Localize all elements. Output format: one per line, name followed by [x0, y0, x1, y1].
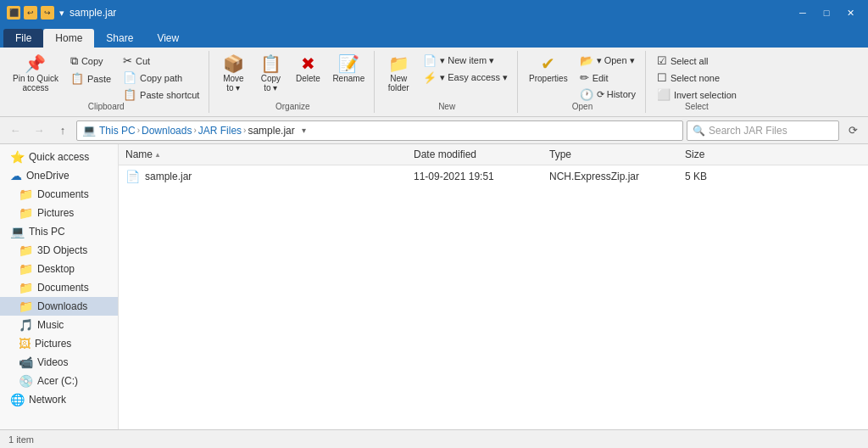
edit-icon: ✏ [580, 71, 589, 84]
ribbon-tabs: File Home Share View [0, 25, 868, 48]
column-header-date[interactable]: Date modified [407, 146, 542, 163]
search-icon: 🔍 [693, 125, 705, 137]
column-header-size[interactable]: Size [678, 146, 746, 163]
sidebar-pictures-od-label: Pictures [37, 207, 74, 219]
delete-button[interactable]: ✖ Delete [291, 53, 325, 86]
invert-selection-button[interactable]: ⬜Invert selection [653, 87, 741, 103]
sidebar-pictures-label: Pictures [35, 338, 71, 350]
paste-icon: 📋 [70, 72, 84, 85]
title-bar: ⬛ ↩ ↪ ▾ sample.jar ─ □ ✕ [0, 0, 868, 25]
maximize-button[interactable]: □ [815, 4, 837, 21]
sidebar-item-music[interactable]: 🎵 Music [0, 316, 118, 334]
new-item-button[interactable]: 📄▾ New item ▾ [419, 53, 512, 69]
move-icon: 📦 [223, 55, 244, 72]
col-name-label: Name [125, 148, 153, 160]
properties-button[interactable]: ✔ Properties [525, 53, 572, 86]
minimize-button[interactable]: ─ [792, 4, 814, 21]
copy-path-button[interactable]: 📄Copy path [119, 70, 203, 86]
sidebar-item-this-pc[interactable]: 💻 This PC [0, 222, 118, 241]
undo-icon[interactable]: ↩ [24, 6, 37, 20]
pin-to-quick-access-button[interactable]: 📌 Pin to Quickaccess [8, 53, 63, 95]
tab-share[interactable]: Share [94, 29, 145, 48]
sort-arrow-name: ▲ [154, 151, 161, 159]
col-type-label: Type [549, 148, 571, 160]
select-none-button[interactable]: ☐Select none [653, 70, 741, 86]
copy-to-icon: 📋 [260, 55, 281, 72]
cut-button[interactable]: ✂Cut [119, 53, 203, 69]
invert-icon: ⬜ [657, 88, 670, 101]
copy-icon: ⧉ [70, 54, 78, 68]
copy-to-button[interactable]: 📋 Copyto ▾ [253, 53, 287, 95]
sidebar-videos-label: Videos [37, 356, 68, 368]
sidebar-onedrive-label: OneDrive [26, 170, 70, 182]
new-folder-button[interactable]: 📁 Newfolder [381, 53, 415, 95]
file-type-cell: NCH.ExpressZip.jar [542, 169, 678, 184]
sidebar-item-drive-c[interactable]: 💿 Acer (C:) [0, 372, 118, 390]
move-to-button[interactable]: 📦 Moveto ▾ [216, 53, 250, 95]
status-item-count: 1 item [8, 434, 34, 445]
sidebar-desktop-label: Desktop [37, 263, 75, 275]
paste-shortcut-button[interactable]: 📋Paste shortcut [119, 87, 203, 103]
search-box[interactable]: 🔍 Search JAR Files [687, 120, 839, 141]
clipboard-group: 📌 Pin to Quickaccess ⧉Copy 📋Paste ✂Cut 📄… [3, 51, 209, 113]
column-header-type[interactable]: Type [542, 146, 678, 163]
column-header-name[interactable]: Name ▲ [119, 146, 407, 163]
breadcrumb-sep-1: › [137, 126, 140, 135]
tab-home[interactable]: Home [43, 29, 94, 48]
sidebar-item-3d-objects[interactable]: 📁 3D Objects [0, 241, 118, 260]
breadcrumb-jar-files[interactable]: JAR Files [198, 125, 242, 137]
redo-icon[interactable]: ↪ [41, 6, 54, 20]
sidebar-music-label: Music [37, 319, 64, 331]
edit-button[interactable]: ✏Edit [576, 70, 640, 86]
rename-button[interactable]: 📝 Rename [328, 53, 369, 86]
easy-access-icon: ⚡ [423, 71, 437, 84]
address-dropdown-arrow[interactable]: ▾ [298, 126, 309, 135]
folder-docs-icon: 📁 [19, 281, 33, 294]
select-label: Select [648, 102, 746, 111]
tab-view[interactable]: View [145, 29, 191, 48]
sidebar-item-pictures-od[interactable]: 📁 Pictures [0, 204, 118, 222]
sidebar-item-downloads[interactable]: 📁 Downloads [0, 297, 118, 316]
music-icon: 🎵 [19, 318, 33, 332]
star-icon: ⭐ [10, 150, 25, 164]
breadcrumb-sep-3: › [243, 126, 246, 135]
sidebar-item-desktop[interactable]: 📁 Desktop [0, 260, 118, 278]
refresh-button[interactable]: ⟳ [843, 120, 863, 141]
easy-access-button[interactable]: ⚡▾ Easy access ▾ [419, 70, 512, 86]
select-all-button[interactable]: ☑Select all [653, 53, 741, 69]
paste-button[interactable]: 📋Paste [66, 70, 115, 87]
content-area: Name ▲ Date modified Type Size 📄 sample.… [119, 144, 868, 429]
paste-shortcut-icon: 📋 [123, 88, 136, 101]
clipboard-label: Clipboard [3, 102, 209, 111]
sidebar-downloads-label: Downloads [37, 300, 87, 312]
tab-file[interactable]: File [3, 29, 43, 48]
sidebar-item-documents[interactable]: 📁 Documents [0, 278, 118, 297]
sidebar-documents-od-label: Documents [37, 188, 89, 200]
select-group: ☑Select all ☐Select none ⬜Invert selecti… [648, 51, 746, 113]
copy-path-icon: 📄 [123, 71, 136, 84]
sidebar-item-documents-od[interactable]: 📁 Documents [0, 185, 118, 204]
folder-3d-icon: 📁 [19, 244, 33, 257]
folder-icon-1: 📁 [19, 188, 33, 201]
history-button[interactable]: 🕐⟳ History [576, 87, 640, 103]
main-layout: ⭐ Quick access ☁ OneDrive 📁 Documents 📁 … [0, 144, 868, 429]
rename-icon: 📝 [338, 55, 359, 72]
close-button[interactable]: ✕ [839, 4, 861, 21]
sidebar-item-onedrive[interactable]: ☁ OneDrive [0, 166, 118, 185]
sidebar-item-quick-access[interactable]: ⭐ Quick access [0, 148, 118, 166]
title-bar-icons: ⬛ ↩ ↪ ▾ [7, 6, 64, 20]
scissors-icon: ✂ [123, 54, 132, 67]
properties-icon: ✔ [541, 55, 555, 72]
copy-button[interactable]: ⧉Copy [66, 53, 115, 70]
search-placeholder: Search JAR Files [709, 125, 787, 137]
new-group: 📁 Newfolder 📄▾ New item ▾ ⚡▾ Easy access… [376, 51, 518, 113]
new-folder-icon: 📁 [388, 55, 409, 72]
open-button[interactable]: 📂▾ Open ▾ [576, 53, 640, 69]
sidebar-item-network[interactable]: 🌐 Network [0, 390, 118, 409]
sidebar-item-pictures[interactable]: 🖼 Pictures [0, 334, 118, 353]
sidebar-item-videos[interactable]: 📹 Videos [0, 353, 118, 372]
table-row[interactable]: 📄 sample.jar 11-09-2021 19:51 NCH.Expres… [119, 165, 868, 188]
folder-pictures-icon: 🖼 [19, 337, 31, 350]
window-icon: ⬛ [7, 6, 20, 20]
folder-icon-2: 📁 [19, 206, 33, 220]
